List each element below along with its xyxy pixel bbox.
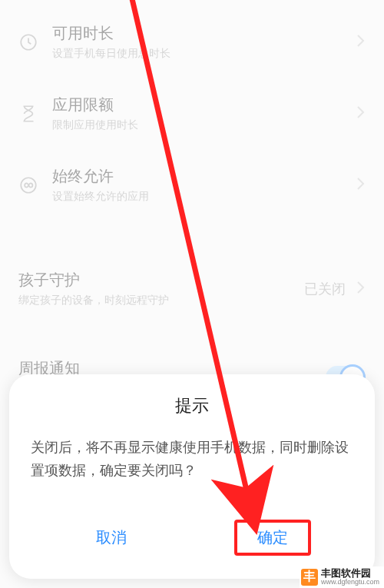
chevron-right-icon [355,279,366,299]
row-sub: 限制应用使用时长 [52,118,355,132]
row-child-guard[interactable]: 孩子守护 绑定孩子的设备，时刻远程守护 已关闭 [0,256,384,321]
watermark-name: 丰图软件园 [321,568,379,579]
infinity-icon [18,175,52,195]
confirm-dialog: 提示 关闭后，将不再显示健康使用手机数据，同时删除设置项数据，确定要关闭吗？ 取… [0,365,384,588]
watermark-url: www.dgfengtu.com [321,579,379,586]
row-title: 可用时长 [52,23,355,44]
row-app-limit[interactable]: 应用限额 限制应用使用时长 [0,78,384,149]
watermark-logo-icon: 丰 [301,569,318,586]
clock-icon [18,32,52,52]
row-sub: 设置手机每日使用总时长 [52,47,355,61]
chevron-right-icon [355,175,366,195]
cancel-button[interactable]: 取消 [31,518,192,557]
partial-item-sub: 停用期间禁止应用使用 [0,0,384,6]
row-sub: 绑定孩子的设备，时刻远程守护 [18,294,304,307]
row-title: 始终允许 [52,166,355,187]
chevron-right-icon [355,32,366,52]
row-sub: 设置始终允许的应用 [52,190,355,204]
watermark: 丰 丰图软件园 www.dgfengtu.com [300,566,384,588]
confirm-highlight: 确定 [234,520,311,556]
dialog-title: 提示 [31,394,353,417]
chevron-right-icon [355,104,366,124]
row-always-allow[interactable]: 始终允许 设置始终允许的应用 [0,149,384,221]
row-title: 应用限额 [52,95,355,115]
row-available-time[interactable]: 可用时长 设置手机每日使用总时长 [0,6,384,78]
row-title: 孩子守护 [18,270,304,291]
dialog-body: 关闭后，将不再显示健康使用手机数据，同时删除设置项数据，确定要关闭吗？ [31,436,353,483]
hourglass-icon [18,104,52,124]
confirm-button[interactable]: 确定 [192,510,353,565]
guard-status: 已关闭 [304,280,346,298]
